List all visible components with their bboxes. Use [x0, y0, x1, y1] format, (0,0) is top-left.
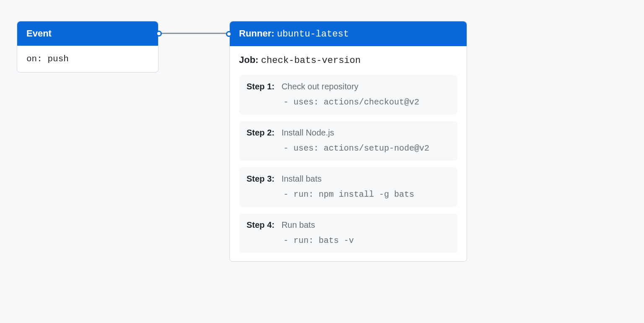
step-number: Step 1: — [247, 82, 275, 91]
step-number: Step 3: — [247, 174, 275, 183]
step-title: Step 3: Install bats — [247, 174, 450, 184]
step-command: - uses: actions/checkout@v2 — [247, 97, 450, 107]
step-item: Step 4: Run bats - run: bats -v — [239, 214, 457, 253]
event-trigger-value: push — [47, 54, 68, 64]
step-name: Run bats — [281, 220, 315, 229]
event-header-label: Event — [26, 28, 52, 39]
runner-header-label: Runner: — [239, 28, 274, 39]
step-item: Step 2: Install Node.js - uses: actions/… — [239, 121, 457, 161]
step-name: Check out repository — [281, 82, 358, 91]
event-card: Event on: push — [17, 21, 158, 73]
step-item: Step 3: Install bats - run: npm install … — [239, 167, 457, 207]
event-card-header: Event — [17, 21, 158, 46]
step-command: - run: npm install -g bats — [247, 190, 450, 199]
connector-dot-icon — [156, 31, 162, 36]
runner-header-value: ubuntu-latest — [277, 29, 349, 39]
step-title: Step 2: Install Node.js — [247, 128, 450, 138]
step-number: Step 2: — [247, 128, 275, 137]
step-title: Step 1: Check out repository — [247, 82, 450, 91]
runner-card: Runner: ubuntu-latest Job: check-bats-ve… — [229, 21, 467, 262]
job-row: Job: check-bats-version — [239, 55, 457, 66]
step-item: Step 1: Check out repository - uses: act… — [239, 75, 457, 115]
workflow-diagram: Event on: push Runner: ubuntu-latest Job… — [0, 0, 644, 283]
event-card-body: on: push — [17, 46, 158, 72]
step-command: - run: bats -v — [247, 236, 450, 245]
job-label: Job: — [239, 55, 258, 65]
step-title: Step 4: Run bats — [247, 220, 450, 230]
connector-line — [158, 33, 230, 34]
step-number: Step 4: — [247, 220, 275, 229]
step-name: Install Node.js — [281, 128, 334, 137]
runner-card-header: Runner: ubuntu-latest — [230, 21, 467, 46]
runner-card-body: Job: check-bats-version Step 1: Check ou… — [230, 46, 467, 261]
event-trigger-key: on: — [26, 54, 42, 64]
connector-dot-icon — [226, 31, 232, 37]
step-name: Install bats — [281, 174, 322, 183]
steps-list: Step 1: Check out repository - uses: act… — [239, 75, 457, 253]
step-command: - uses: actions/setup-node@v2 — [247, 143, 450, 153]
job-value: check-bats-version — [261, 55, 361, 66]
